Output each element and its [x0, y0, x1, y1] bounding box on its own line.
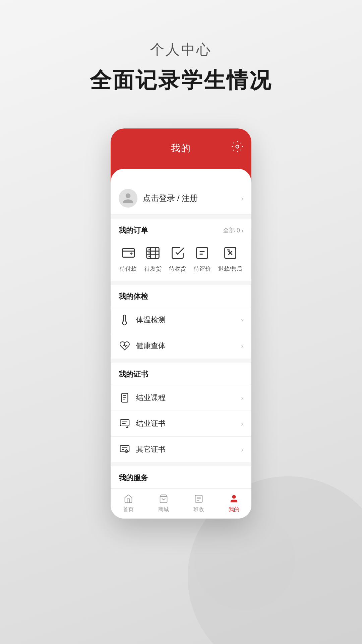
order-item-pending-review[interactable]: 待评价 — [193, 244, 211, 273]
nav-label-class: 班收 — [193, 506, 204, 513]
orders-all-chevron-icon: › — [241, 227, 243, 234]
box-send-icon — [144, 244, 162, 262]
certificate-chevron-icon: › — [241, 420, 243, 428]
order-label-pending-review: 待评价 — [194, 265, 211, 273]
certificates-title: 我的证书 — [119, 369, 148, 379]
certificate-label: 结业证书 — [136, 419, 236, 429]
page-title: 全面记录学生情况 — [0, 66, 362, 95]
nav-item-class[interactable]: 班收 — [187, 493, 210, 513]
list-item-health-check[interactable]: 健康查体 › — [111, 333, 251, 359]
orders-header: 我的订单 全部 0 › — [111, 219, 251, 241]
other-cert-label: 其它证书 — [136, 444, 236, 454]
svg-point-22 — [232, 495, 235, 498]
nav-item-shop[interactable]: 商城 — [152, 493, 175, 513]
page-subtitle: 个人中心 — [0, 40, 362, 59]
certificate-icon — [119, 418, 131, 430]
order-label-pending-receive: 待收货 — [169, 265, 186, 273]
other-cert-chevron-icon: › — [241, 446, 243, 453]
orders-section: 我的订单 全部 0 › 待付款 — [111, 219, 251, 281]
order-item-pending-ship[interactable]: 待发货 — [144, 244, 162, 273]
gap-3 — [111, 359, 251, 363]
nav-item-home[interactable]: 首页 — [117, 493, 140, 513]
order-item-refund[interactable]: 退款/售后 — [218, 244, 243, 273]
login-chevron-icon: › — [241, 195, 243, 202]
page-header: 个人中心 全面记录学生情况 — [0, 0, 362, 108]
health-check-label: 健康查体 — [136, 341, 236, 351]
nav-label-mine: 我的 — [229, 506, 239, 513]
login-section[interactable]: 点击登录 / 注册 › — [111, 182, 251, 215]
refund-icon — [222, 244, 239, 262]
services-title: 我的服务 — [119, 473, 148, 483]
orders-all[interactable]: 全部 0 › — [223, 226, 243, 234]
wallet-icon — [120, 244, 137, 262]
gap-1 — [111, 215, 251, 219]
order-item-pending-pay[interactable]: 待付款 — [120, 244, 137, 273]
gap-2 — [111, 281, 251, 285]
svg-point-16 — [125, 450, 128, 452]
course-label: 结业课程 — [136, 393, 236, 403]
svg-rect-1 — [122, 249, 134, 257]
avatar — [119, 189, 137, 208]
temperature-label: 体温检测 — [136, 315, 236, 325]
box-receive-icon — [169, 244, 186, 262]
certificates-section: 我的证书 结业课程 › — [111, 363, 251, 462]
orders-title: 我的订单 — [119, 225, 148, 235]
course-icon — [119, 392, 131, 404]
list-icon — [193, 493, 204, 504]
svg-rect-6 — [122, 393, 128, 402]
login-text: 点击登录 / 注册 — [143, 193, 236, 204]
svg-rect-10 — [120, 420, 129, 426]
certificates-header: 我的证书 — [111, 363, 251, 385]
nav-label-shop: 商城 — [158, 506, 169, 513]
order-label-pending-pay: 待付款 — [120, 265, 137, 273]
health-title: 我的体检 — [119, 291, 148, 302]
nav-label-home: 首页 — [123, 506, 134, 513]
phone-mockup: 我的 点击登录 / 注册 › 我的订单 — [111, 128, 251, 519]
list-item-course[interactable]: 结业课程 › — [111, 385, 251, 411]
other-cert-icon — [119, 443, 131, 455]
nav-item-mine[interactable]: 我的 — [222, 493, 246, 513]
home-icon — [123, 493, 134, 504]
svg-rect-2 — [147, 248, 159, 259]
shop-icon — [158, 493, 169, 504]
order-icons-row: 待付款 待发货 — [111, 241, 251, 281]
order-item-pending-receive[interactable]: 待收货 — [169, 244, 186, 273]
services-header: 我的服务 — [111, 466, 251, 488]
health-check-chevron-icon: › — [241, 342, 243, 350]
heart-health-icon — [119, 340, 131, 352]
course-chevron-icon: › — [241, 394, 243, 402]
app-header: 我的 — [111, 128, 251, 182]
user-icon — [229, 493, 239, 504]
bottom-nav: 首页 商城 — [111, 488, 251, 519]
star-icon — [193, 244, 211, 262]
order-label-pending-ship: 待发货 — [144, 265, 162, 273]
thermometer-icon — [119, 314, 131, 326]
list-item-temperature[interactable]: 体温检测 › — [111, 307, 251, 333]
list-item-other-cert[interactable]: 其它证书 › — [111, 436, 251, 462]
services-section: 我的服务 — [111, 466, 251, 488]
order-label-refund: 退款/售后 — [218, 265, 243, 273]
health-header: 我的体检 — [111, 285, 251, 307]
list-item-certificate[interactable]: 结业证书 › — [111, 411, 251, 436]
gap-4 — [111, 462, 251, 466]
svg-rect-3 — [197, 248, 208, 259]
app-body: 点击登录 / 注册 › 我的订单 全部 0 › — [111, 182, 251, 519]
temperature-chevron-icon: › — [241, 316, 243, 324]
app-header-title: 我的 — [171, 142, 191, 155]
health-section: 我的体检 体温检测 › — [111, 285, 251, 359]
